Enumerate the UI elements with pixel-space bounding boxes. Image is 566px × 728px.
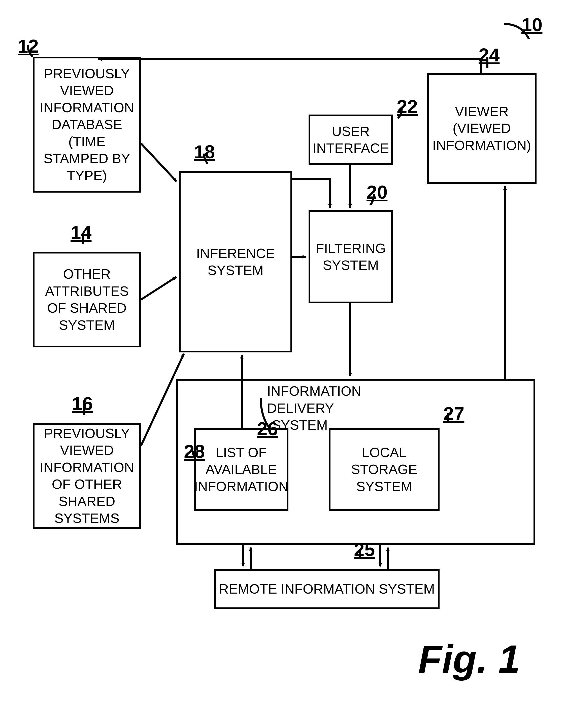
ref-22: 22 <box>397 96 418 117</box>
box-remote-info: REMOTE INFORMATION SYSTEM <box>214 569 440 609</box>
ref-12: 12 <box>18 35 39 57</box>
box-list-available: LIST OF AVAILABLE INFORMATION <box>194 428 289 511</box>
box-inference: INFERENCE SYSTEM <box>179 171 292 352</box>
box-filtering: FILTERING SYSTEM <box>309 210 393 303</box>
box-prev-viewed-db: PREVIOUSLY VIEWED INFORMATION DATABASE (… <box>33 57 141 193</box>
ref-27: 27 <box>443 403 464 424</box>
ref-16: 16 <box>72 393 93 414</box>
figure-label: Fig. 1 <box>418 637 520 682</box>
ref-25: 25 <box>354 539 375 560</box>
box-user-interface: USER INTERFACE <box>309 115 393 165</box>
ref-24: 24 <box>479 44 500 66</box>
box-other-attrs: OTHER ATTRIBUTES OF SHARED SYSTEM <box>33 252 141 347</box>
ref-20: 20 <box>367 181 388 203</box>
box-viewer: VIEWER (VIEWED INFORMATION) <box>427 73 537 184</box>
ref-26: 26 <box>257 418 278 440</box>
ref-28: 28 <box>184 441 205 462</box>
ref-10: 10 <box>521 14 542 35</box>
ref-18: 18 <box>194 141 215 163</box>
box-prev-viewed-other: PREVIOUSLY VIEWED INFORMATION OF OTHER S… <box>33 423 141 529</box>
ref-14: 14 <box>70 222 91 243</box>
svg-line-1 <box>141 277 176 300</box>
svg-line-0 <box>141 143 176 181</box>
box-local-storage: LOCAL STORAGE SYSTEM <box>329 428 440 511</box>
